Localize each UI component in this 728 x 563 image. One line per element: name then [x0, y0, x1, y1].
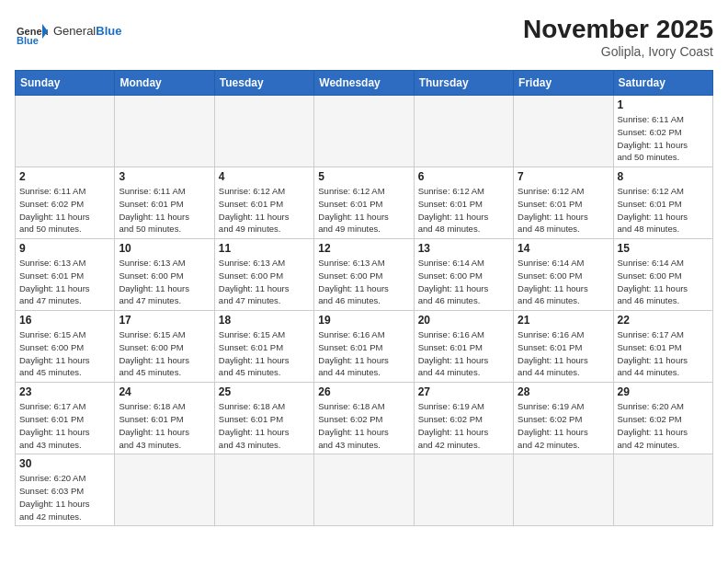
calendar-cell: 3Sunrise: 6:11 AM Sunset: 6:01 PM Daylig… [115, 167, 214, 239]
day-info: Sunrise: 6:20 AM Sunset: 6:03 PM Dayligh… [19, 472, 110, 523]
svg-text:Blue: Blue [17, 35, 39, 46]
month-title: November 2025 [523, 15, 713, 44]
weekday-header-thursday: Thursday [414, 71, 513, 96]
calendar-cell: 2Sunrise: 6:11 AM Sunset: 6:02 PM Daylig… [16, 167, 115, 239]
day-info: Sunrise: 6:18 AM Sunset: 6:01 PM Dayligh… [219, 400, 310, 451]
day-info: Sunrise: 6:14 AM Sunset: 6:00 PM Dayligh… [418, 257, 509, 307]
day-number: 13 [418, 242, 509, 255]
day-number: 14 [518, 242, 609, 255]
day-info: Sunrise: 6:15 AM Sunset: 6:01 PM Dayligh… [219, 328, 310, 379]
day-number: 28 [518, 385, 609, 398]
day-number: 16 [19, 314, 110, 327]
location: Golipla, Ivory Coast [523, 44, 713, 59]
calendar-week-row: 23Sunrise: 6:17 AM Sunset: 6:01 PM Dayli… [16, 383, 713, 454]
day-info: Sunrise: 6:12 AM Sunset: 6:01 PM Dayligh… [418, 185, 509, 236]
day-number: 17 [119, 314, 210, 327]
day-info: Sunrise: 6:12 AM Sunset: 6:01 PM Dayligh… [318, 185, 409, 236]
title-block: November 2025 Golipla, Ivory Coast [523, 15, 713, 59]
day-info: Sunrise: 6:13 AM Sunset: 6:00 PM Dayligh… [219, 257, 310, 307]
logo: General Blue GeneralBlue [15, 15, 121, 48]
calendar-cell [314, 454, 414, 526]
weekday-header-wednesday: Wednesday [314, 71, 414, 96]
day-number: 30 [19, 457, 110, 470]
calendar-cell: 14Sunrise: 6:14 AM Sunset: 6:00 PM Dayli… [514, 239, 613, 311]
weekday-header-friday: Friday [514, 71, 613, 96]
day-info: Sunrise: 6:11 AM Sunset: 6:02 PM Dayligh… [19, 185, 110, 236]
day-info: Sunrise: 6:18 AM Sunset: 6:01 PM Dayligh… [119, 400, 210, 451]
calendar-cell: 1Sunrise: 6:11 AM Sunset: 6:02 PM Daylig… [613, 96, 712, 167]
calendar-cell: 4Sunrise: 6:12 AM Sunset: 6:01 PM Daylig… [214, 167, 313, 239]
calendar-cell [414, 454, 513, 526]
calendar-cell [16, 96, 115, 167]
calendar-cell: 9Sunrise: 6:13 AM Sunset: 6:01 PM Daylig… [16, 239, 115, 311]
calendar-cell: 24Sunrise: 6:18 AM Sunset: 6:01 PM Dayli… [115, 383, 214, 454]
calendar-week-row: 9Sunrise: 6:13 AM Sunset: 6:01 PM Daylig… [16, 239, 713, 311]
calendar-cell [214, 454, 313, 526]
day-number: 2 [19, 170, 110, 183]
day-info: Sunrise: 6:13 AM Sunset: 6:00 PM Dayligh… [318, 257, 409, 307]
calendar-cell: 13Sunrise: 6:14 AM Sunset: 6:00 PM Dayli… [414, 239, 513, 311]
calendar-cell [514, 96, 613, 167]
calendar-week-row: 16Sunrise: 6:15 AM Sunset: 6:00 PM Dayli… [16, 311, 713, 383]
calendar-cell: 5Sunrise: 6:12 AM Sunset: 6:01 PM Daylig… [314, 167, 414, 239]
calendar-cell: 30Sunrise: 6:20 AM Sunset: 6:03 PM Dayli… [16, 454, 115, 526]
calendar-cell: 29Sunrise: 6:20 AM Sunset: 6:02 PM Dayli… [613, 383, 712, 454]
day-number: 10 [119, 242, 210, 255]
calendar-cell: 23Sunrise: 6:17 AM Sunset: 6:01 PM Dayli… [16, 383, 115, 454]
day-info: Sunrise: 6:18 AM Sunset: 6:02 PM Dayligh… [318, 400, 409, 451]
day-number: 11 [219, 242, 310, 255]
logo-blue: Blue [96, 24, 121, 38]
day-number: 29 [618, 385, 709, 398]
day-info: Sunrise: 6:15 AM Sunset: 6:00 PM Dayligh… [119, 328, 210, 379]
calendar-week-row: 30Sunrise: 6:20 AM Sunset: 6:03 PM Dayli… [16, 454, 713, 526]
calendar-week-row: 1Sunrise: 6:11 AM Sunset: 6:02 PM Daylig… [16, 96, 713, 167]
day-info: Sunrise: 6:15 AM Sunset: 6:00 PM Dayligh… [19, 328, 110, 379]
day-number: 8 [618, 170, 709, 183]
day-info: Sunrise: 6:20 AM Sunset: 6:02 PM Dayligh… [618, 400, 709, 451]
day-info: Sunrise: 6:17 AM Sunset: 6:01 PM Dayligh… [19, 400, 110, 451]
weekday-header-monday: Monday [115, 71, 214, 96]
calendar-table: SundayMondayTuesdayWednesdayThursdayFrid… [15, 70, 713, 526]
day-number: 19 [318, 314, 409, 327]
day-info: Sunrise: 6:19 AM Sunset: 6:02 PM Dayligh… [418, 400, 509, 451]
calendar-cell: 16Sunrise: 6:15 AM Sunset: 6:00 PM Dayli… [16, 311, 115, 383]
page-header: General Blue GeneralBlue November 2025 G… [15, 15, 713, 59]
calendar-header-row: SundayMondayTuesdayWednesdayThursdayFrid… [16, 71, 713, 96]
day-info: Sunrise: 6:17 AM Sunset: 6:01 PM Dayligh… [618, 328, 709, 379]
logo-icon: General Blue [15, 15, 48, 48]
calendar-week-row: 2Sunrise: 6:11 AM Sunset: 6:02 PM Daylig… [16, 167, 713, 239]
day-number: 6 [418, 170, 509, 183]
calendar-cell: 26Sunrise: 6:18 AM Sunset: 6:02 PM Dayli… [314, 383, 414, 454]
day-info: Sunrise: 6:13 AM Sunset: 6:01 PM Dayligh… [19, 257, 110, 307]
calendar-cell: 18Sunrise: 6:15 AM Sunset: 6:01 PM Dayli… [214, 311, 313, 383]
calendar-cell: 15Sunrise: 6:14 AM Sunset: 6:00 PM Dayli… [613, 239, 712, 311]
calendar-cell: 11Sunrise: 6:13 AM Sunset: 6:00 PM Dayli… [214, 239, 313, 311]
calendar-cell: 27Sunrise: 6:19 AM Sunset: 6:02 PM Dayli… [414, 383, 513, 454]
calendar-cell: 22Sunrise: 6:17 AM Sunset: 6:01 PM Dayli… [613, 311, 712, 383]
calendar-cell: 12Sunrise: 6:13 AM Sunset: 6:00 PM Dayli… [314, 239, 414, 311]
day-number: 27 [418, 385, 509, 398]
weekday-header-tuesday: Tuesday [214, 71, 313, 96]
day-info: Sunrise: 6:16 AM Sunset: 6:01 PM Dayligh… [318, 328, 409, 379]
calendar-cell [514, 454, 613, 526]
calendar-cell [314, 96, 414, 167]
day-number: 22 [618, 314, 709, 327]
day-number: 1 [618, 98, 709, 111]
day-info: Sunrise: 6:12 AM Sunset: 6:01 PM Dayligh… [219, 185, 310, 236]
day-info: Sunrise: 6:12 AM Sunset: 6:01 PM Dayligh… [518, 185, 609, 236]
calendar-cell: 6Sunrise: 6:12 AM Sunset: 6:01 PM Daylig… [414, 167, 513, 239]
day-number: 5 [318, 170, 409, 183]
day-info: Sunrise: 6:13 AM Sunset: 6:00 PM Dayligh… [119, 257, 210, 307]
weekday-header-sunday: Sunday [16, 71, 115, 96]
day-number: 4 [219, 170, 310, 183]
calendar-cell [414, 96, 513, 167]
day-number: 7 [518, 170, 609, 183]
calendar-cell [115, 96, 214, 167]
day-number: 18 [219, 314, 310, 327]
day-number: 12 [318, 242, 409, 255]
calendar-cell: 17Sunrise: 6:15 AM Sunset: 6:00 PM Dayli… [115, 311, 214, 383]
calendar-cell: 25Sunrise: 6:18 AM Sunset: 6:01 PM Dayli… [214, 383, 313, 454]
day-info: Sunrise: 6:16 AM Sunset: 6:01 PM Dayligh… [518, 328, 609, 379]
day-info: Sunrise: 6:14 AM Sunset: 6:00 PM Dayligh… [618, 257, 709, 307]
day-number: 3 [119, 170, 210, 183]
